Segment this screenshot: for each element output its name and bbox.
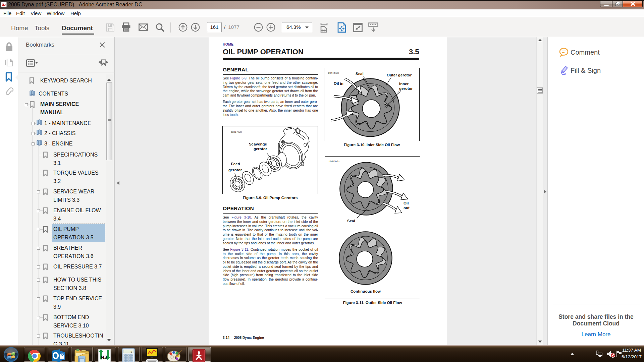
svg-text:gerotor: gerotor [254, 147, 267, 151]
svg-text:gerotor: gerotor [399, 86, 413, 90]
svg-text:Feed: Feed [231, 162, 240, 166]
svg-text:Seal: Seal [356, 72, 364, 76]
svg-text:Scavenge: Scavenge [249, 142, 267, 146]
svg-text:Oil: Oil [404, 201, 409, 205]
svg-text:Continuous flow: Continuous flow [351, 289, 381, 293]
svg-text:Outer gerotor: Outer gerotor [387, 73, 412, 77]
svg-text:8: 8 [130, 350, 132, 353]
svg-text:gerotor: gerotor [228, 168, 242, 172]
svg-text:Inner: Inner [399, 82, 409, 86]
svg-text:out: out [404, 206, 410, 210]
svg-text:Oil in: Oil in [334, 81, 343, 85]
svg-text:NJ: NJ [101, 354, 107, 360]
svg-text:Seal: Seal [347, 219, 355, 223]
